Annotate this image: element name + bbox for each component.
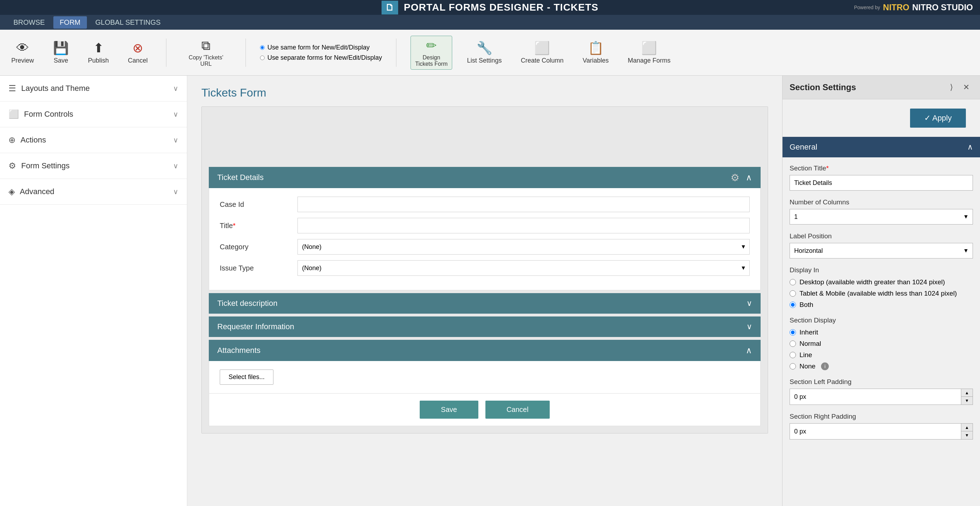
cancel-icon: ⊗ (132, 41, 143, 56)
main-layout: ☰ Layouts and Theme ∨ ⬜ Form Controls ∨ … (0, 76, 980, 506)
sidebar-item-layouts[interactable]: ☰ Layouts and Theme ∨ (0, 76, 187, 102)
title-input[interactable] (298, 218, 750, 233)
app-title: 🗋 PORTAL FORMS DESIGNER - TICKETS (382, 1, 598, 14)
section-left-padding-group: Section Left Padding ▲ ▼ (789, 378, 973, 405)
label-position-group: Label Position Horizontal Vertical ▼ (789, 232, 973, 259)
case-id-row: Case Id (220, 196, 750, 212)
title-bar: 🗋 PORTAL FORMS DESIGNER - TICKETS Powere… (0, 0, 980, 15)
ticket-details-header[interactable]: Ticket Details ⚙ ∧ (209, 167, 760, 188)
section-display-group: Section Display Inherit Normal Line None… (789, 316, 973, 370)
label-position-select-wrapper: Horizontal Vertical ▼ (789, 243, 973, 259)
nav-browse[interactable]: BROWSE (7, 16, 51, 29)
section-gear-icon[interactable]: ⚙ (730, 172, 740, 184)
advanced-icon: ◈ (8, 187, 15, 196)
attachments-header[interactable]: Attachments ∧ (209, 340, 760, 361)
nitro-brand: Powered by NITRO NITRO STUDIO (854, 3, 973, 13)
apply-button[interactable]: ✓ Apply (910, 109, 966, 128)
section-left-padding-up-button[interactable]: ▲ (961, 389, 972, 397)
attachments-chevron: ∧ (746, 345, 752, 355)
issue-type-select[interactable]: (None) (298, 260, 750, 276)
sidebar-item-form-settings[interactable]: ⚙ Form Settings ∨ (0, 153, 187, 179)
save-icon: 💾 (53, 41, 69, 56)
publish-button[interactable]: ⬆ Publish (84, 38, 113, 67)
layouts-chevron: ∨ (173, 84, 178, 93)
category-select[interactable]: (None) (298, 239, 750, 255)
nav-form[interactable]: FORM (53, 16, 87, 29)
sidebar: ☰ Layouts and Theme ∨ ⬜ Form Controls ∨ … (0, 76, 187, 506)
design-tickets-button[interactable]: ✏ DesignTickets Form (410, 36, 452, 70)
manage-forms-button[interactable]: ⬜ Manage Forms (624, 38, 675, 67)
display-both-option[interactable]: Both (789, 301, 973, 309)
section-display-inherit[interactable]: Inherit (789, 329, 973, 336)
num-columns-group: Number of Columns 1 2 3 4 ▼ (789, 198, 973, 225)
num-columns-select[interactable]: 1 2 3 4 (789, 209, 973, 225)
display-desktop-option[interactable]: Desktop (available width greater than 10… (789, 278, 973, 286)
label-position-select[interactable]: Horizontal Vertical (789, 243, 973, 259)
attachments-body: Select files... (209, 361, 760, 394)
right-panel-body: Section Title* Number of Columns 1 2 3 4… (783, 157, 980, 506)
issue-type-label: Issue Type (220, 264, 290, 272)
form-settings-chevron: ∨ (173, 161, 178, 170)
category-select-wrapper: (None) ▼ (298, 239, 750, 255)
select-files-button[interactable]: Select files... (220, 370, 274, 385)
section-display-line[interactable]: Line (789, 351, 973, 359)
sidebar-item-actions[interactable]: ⊕ Actions ∨ (0, 127, 187, 153)
section-right-padding-up-button[interactable]: ▲ (961, 424, 972, 431)
sidebar-item-form-controls[interactable]: ⬜ Form Controls ∨ (0, 102, 187, 127)
section-left-padding-spinner: ▲ ▼ (789, 389, 973, 405)
title-row: Title* (220, 218, 750, 233)
form-cancel-button[interactable]: Cancel (485, 401, 550, 419)
case-id-input[interactable] (298, 196, 750, 212)
design-icon: ✏ (426, 38, 437, 53)
section-requester-info[interactable]: Requester Information ∨ (209, 316, 760, 337)
section-display-none[interactable]: None i (789, 362, 973, 370)
section-title-group: Section Title* (789, 164, 973, 191)
requester-chevron: ∨ (746, 322, 752, 331)
separator-1 (166, 38, 166, 67)
section-ticket-description[interactable]: Ticket description ∨ (209, 293, 760, 314)
form-save-button[interactable]: Save (420, 401, 478, 419)
issue-type-select-wrapper: (None) ▼ (298, 260, 750, 276)
ticket-details-chevron: ∧ (746, 172, 752, 182)
display-tablet-option[interactable]: Tablet & Mobile (available width less th… (789, 290, 973, 297)
num-columns-select-wrapper: 1 2 3 4 ▼ (789, 209, 973, 225)
layouts-icon: ☰ (8, 83, 16, 93)
section-ticket-details: Ticket Details ⚙ ∧ Case Id Title* (209, 167, 760, 290)
general-section-header[interactable]: General ∧ (783, 137, 980, 157)
section-left-padding-down-button[interactable]: ▼ (961, 397, 972, 404)
copy-url-button[interactable]: ⧉ Copy 'Tickets' URL (181, 36, 231, 69)
sidebar-item-advanced[interactable]: ◈ Advanced ∨ (0, 179, 187, 205)
case-id-label: Case Id (220, 201, 290, 209)
panel-close-button[interactable]: ✕ (959, 81, 973, 93)
top-nav: BROWSE FORM GLOBAL SETTINGS (0, 15, 980, 30)
section-title-label: Section Title* (789, 164, 973, 172)
ticket-details-body: Case Id Title* Category (209, 188, 760, 290)
display-in-label: Display In (789, 266, 973, 274)
create-column-button[interactable]: ⬜ Create Column (517, 38, 568, 67)
nav-global-settings[interactable]: GLOBAL SETTINGS (89, 16, 167, 29)
section-title-input[interactable] (789, 175, 973, 191)
list-settings-button[interactable]: 🔧 List Settings (463, 38, 506, 67)
section-display-none-info-icon[interactable]: i (821, 362, 829, 370)
section-right-padding-down-button[interactable]: ▼ (961, 431, 972, 439)
panel-expand-button[interactable]: ⟩ (947, 81, 957, 93)
section-left-padding-input[interactable] (790, 389, 961, 404)
display-radio-group: Use same form for New/Edit/Display Use s… (260, 44, 382, 62)
section-display-normal[interactable]: Normal (789, 340, 973, 348)
preview-button[interactable]: 👁 Preview (7, 38, 38, 67)
cancel-button[interactable]: ⊗ Cancel (124, 38, 152, 67)
right-panel-header: Section Settings ⟩ ✕ (783, 76, 980, 99)
section-right-padding-label: Section Right Padding (789, 413, 973, 420)
section-right-padding-input[interactable] (790, 424, 961, 439)
radio-same-form[interactable]: Use same form for New/Edit/Display (260, 44, 382, 51)
variables-button[interactable]: 📋 Variables (578, 38, 613, 67)
section-left-padding-label: Section Left Padding (789, 378, 973, 386)
general-chevron-icon: ∧ (967, 142, 973, 152)
save-button[interactable]: 💾 Save (49, 38, 73, 67)
manage-forms-icon: ⬜ (641, 41, 657, 56)
display-in-group: Display In Desktop (available width grea… (789, 266, 973, 309)
form-top-spacer (209, 114, 760, 167)
actions-icon: ⊕ (8, 135, 16, 145)
label-position-label: Label Position (789, 232, 973, 240)
radio-separate-forms[interactable]: Use separate forms for New/Edit/Display (260, 54, 382, 62)
